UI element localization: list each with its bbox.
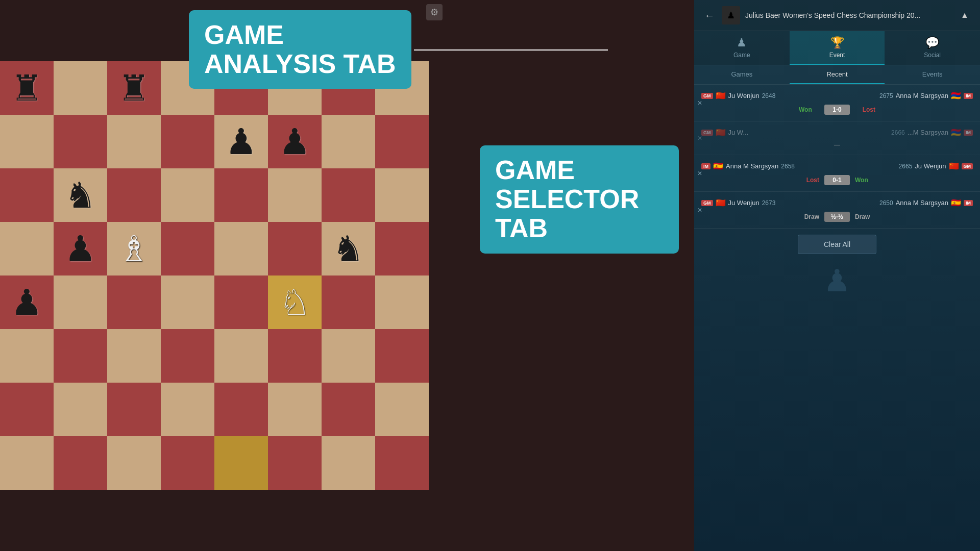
cell-7-2[interactable] [107,436,161,490]
game-row-2-close[interactable]: ✕ [695,133,704,144]
game-row-3[interactable]: ✕ IM 🇪🇸 Anna M Sargsyan 2658 GM 🇨🇳 Ju We… [694,155,980,192]
cell-1-2[interactable] [107,115,161,168]
cell-2-7[interactable] [375,168,429,222]
tab-event[interactable]: 🏆 Event [790,31,885,65]
cell-6-1[interactable] [54,383,107,436]
game-row-3-close[interactable]: ✕ [695,168,704,179]
cell-3-2[interactable]: ♗ [107,222,161,276]
game-analysis-tooltip: GAME ANALYSIS TAB [189,10,411,89]
game-row-4-close[interactable]: ✕ [695,205,704,216]
cell-6-5[interactable] [268,383,322,436]
game-row-2[interactable]: ✕ GM 🇨🇳 Ju W... IM 🇦🇲 ...M Sargsyan 2666… [694,121,980,155]
cell-3-1[interactable]: ♟ [54,222,107,276]
cell-6-3[interactable] [161,383,214,436]
cell-6-6[interactable] [322,383,375,436]
cell-4-0[interactable]: ♟ [0,276,54,329]
game-3-white-player: IM 🇪🇸 Anna M Sargsyan 2658 [701,161,795,171]
cell-4-7[interactable] [375,276,429,329]
cell-7-5[interactable] [268,436,322,490]
cell-4-5-highlight[interactable]: ♘ [268,276,322,329]
tab-social[interactable]: 💬 Social [885,31,980,65]
game-3-black-rating: 2665 [899,163,913,170]
cell-6-7[interactable] [375,383,429,436]
cell-5-7[interactable] [375,329,429,383]
cell-2-0[interactable] [0,168,54,222]
game-3-white-name: Anna M Sargsyan [726,162,778,170]
event-logo: ♟ [722,6,740,24]
cell-2-6[interactable] [322,168,375,222]
game-4-white-result: Draw [804,213,819,220]
cell-6-2[interactable] [107,383,161,436]
cell-1-6[interactable] [322,115,375,168]
game-4-white-flag: 🇨🇳 [716,198,726,208]
subnav-games-label: Games [731,70,752,78]
game-3-white-rating: 2658 [781,163,795,170]
game-row-1[interactable]: ✕ GM 🇨🇳 Ju Wenjun 2648 IM 🇦🇲 Anna M Sarg… [694,85,980,121]
cell-2-4[interactable] [214,168,268,222]
settings-button[interactable]: ⚙ [426,4,443,20]
cell-4-1[interactable] [54,276,107,329]
cell-2-1[interactable]: ♞ [54,168,107,222]
tab-game[interactable]: ♟ Game [694,31,790,65]
subnav-recent[interactable]: Recent [790,65,885,84]
game-1-white-name: Ju Wenjun [728,92,760,99]
cell-3-3[interactable] [161,222,214,276]
game-list: ✕ GM 🇨🇳 Ju Wenjun 2648 IM 🇦🇲 Anna M Sarg… [694,85,980,551]
cell-1-7[interactable] [375,115,429,168]
cell-4-3[interactable] [161,276,214,329]
subnav-games[interactable]: Games [694,65,790,84]
cell-4-2[interactable] [107,276,161,329]
game-4-black-name: Anna M Sargsyan [896,199,948,207]
game-1-score: 1-0 [824,105,850,115]
cell-3-4[interactable] [214,222,268,276]
cell-0-1[interactable] [54,61,107,115]
cell-7-3[interactable] [161,436,214,490]
game-2-result-label: — [834,141,840,148]
cell-5-1[interactable] [54,329,107,383]
cell-1-1[interactable] [54,115,107,168]
cell-5-5[interactable] [268,329,322,383]
cell-3-5[interactable] [268,222,322,276]
chess-com-logo: ♟ [823,263,851,298]
cell-1-4[interactable]: ♟ [214,115,268,168]
cell-5-0[interactable] [0,329,54,383]
cell-5-4[interactable] [214,329,268,383]
cell-2-3[interactable] [161,168,214,222]
cell-7-1[interactable] [54,436,107,490]
cell-1-3[interactable] [161,115,214,168]
cell-3-0[interactable] [0,222,54,276]
clear-all-container: Clear All [694,229,980,260]
clear-all-button[interactable]: Clear All [798,235,876,254]
cell-1-5[interactable]: ♟ [268,115,322,168]
game-2-black-player: IM 🇦🇲 ...M Sargsyan 2666 [891,128,973,137]
cell-0-0[interactable]: ♜ [0,61,54,115]
cell-7-7[interactable] [375,436,429,490]
game-row-1-close[interactable]: ✕ [695,97,704,109]
back-button[interactable]: ← [701,7,718,23]
game-1-white-result: Won [799,106,819,113]
right-panel: ← ♟ Julius Baer Women's Speed Chess Cham… [694,0,980,551]
cell-6-4[interactable] [214,383,268,436]
cell-0-2[interactable]: ♜ [107,61,161,115]
cell-1-0[interactable] [0,115,54,168]
cell-4-4[interactable] [214,276,268,329]
cell-4-6[interactable] [322,276,375,329]
cell-7-0[interactable] [0,436,54,490]
cell-3-7[interactable] [375,222,429,276]
cell-2-5[interactable] [268,168,322,222]
cell-7-6[interactable] [322,436,375,490]
subnav-events[interactable]: Events [885,65,980,84]
analysis-tooltip-text: GAME ANALYSIS TAB [204,20,396,79]
game-2-black-flag: 🇦🇲 [951,128,961,137]
cell-5-3[interactable] [161,329,214,383]
cell-5-6[interactable] [322,329,375,383]
cell-6-0[interactable] [0,383,54,436]
cell-7-4-highlight[interactable] [214,436,268,490]
cell-2-2[interactable] [107,168,161,222]
cell-3-6[interactable]: ♞ [322,222,375,276]
cell-5-2[interactable] [107,329,161,383]
game-4-white-player: GM 🇨🇳 Ju Wenjun 2673 [701,198,775,208]
game-row-4[interactable]: ✕ GM 🇨🇳 Ju Wenjun 2673 IM 🇪🇸 Anna M Sarg… [694,192,980,229]
collapse-button[interactable]: ▲ [957,7,973,23]
game-2-white-flag: 🇨🇳 [716,128,726,137]
